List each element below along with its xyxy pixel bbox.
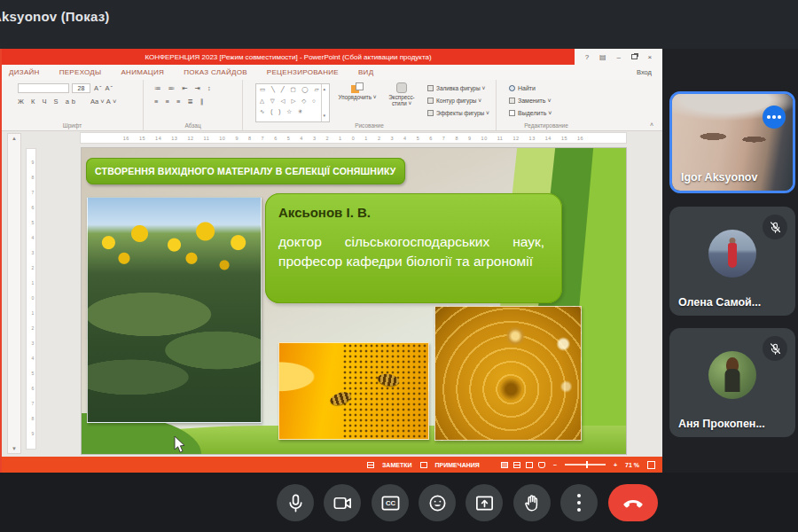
zoom-out-icon[interactable]: − (553, 462, 557, 468)
close-icon[interactable]: × (647, 53, 652, 61)
more-options-button[interactable] (560, 484, 598, 521)
participant-name: Олена Самой... (678, 296, 761, 309)
oil-drop-photo[interactable] (434, 306, 582, 441)
scroll-up-icon[interactable]: ▲ (12, 136, 17, 141)
participant-avatar (708, 230, 756, 278)
normal-view-icon[interactable] (501, 462, 508, 468)
powerpoint-titlebar: КОНФЕРЕНЦИЯ 2023 [Режим совместимости] -… (2, 49, 662, 65)
arrange-button[interactable]: Упорядочить ˅ (335, 82, 379, 100)
fit-to-window-icon[interactable] (647, 461, 655, 469)
zoom-slider[interactable] (565, 464, 606, 466)
bees-on-sunflower-photo[interactable] (278, 342, 429, 440)
quick-styles-button[interactable]: Экспресс- стили ˅ (381, 82, 422, 107)
mic-muted-icon (763, 215, 787, 239)
notes-button[interactable]: ЗАМЕТКИ (382, 462, 412, 468)
camera-button[interactable] (324, 484, 361, 521)
help-icon[interactable]: ? (585, 53, 589, 61)
gallery-down-icon[interactable]: ▾ (323, 112, 327, 121)
raise-hand-button[interactable] (513, 484, 551, 521)
restore-icon[interactable] (631, 54, 638, 59)
powerpoint-window: КОНФЕРЕНЦИЯ 2023 [Режим совместимости] -… (0, 49, 661, 473)
find-button[interactable]: Найти (509, 85, 536, 91)
ribbon: 28 Аˆ Аˇ Ж К Ч S ab Аа ˅ А ˅ Шрифт ≔ ≕ ⇤… (2, 80, 662, 131)
gallery-up-icon[interactable]: ▴ (323, 85, 327, 94)
microphone-button[interactable] (277, 484, 314, 521)
participant-name: Igor Aksyonov (681, 171, 757, 184)
participant-tile-olena[interactable]: Олена Самой... (669, 207, 795, 316)
font-format-buttons[interactable]: Ж К Ч S ab (18, 98, 78, 106)
tab-design[interactable]: ДИЗАЙН (9, 68, 40, 76)
scroll-down-icon[interactable]: ▼ (12, 446, 17, 451)
tab-slideshow[interactable]: ПОКАЗ СЛАЙДОВ (184, 68, 247, 76)
participant-name: Аня Прокопен... (678, 418, 765, 430)
select-button[interactable]: Выделить ˅ (509, 110, 552, 116)
powerpoint-status-bar: ЗАМЕТКИ ПРИМЕЧАНИЯ − + 71 % (2, 457, 662, 473)
slide-title[interactable]: СТВОРЕННЯ ВИХІДНОГО МАТЕРІАЛУ В СЕЛЕКЦІЇ… (86, 158, 405, 184)
tile-more-options-button[interactable] (763, 106, 786, 129)
present-screen-icon (474, 493, 495, 513)
shape-fill-button[interactable]: Заливка фигуры ˅ (427, 85, 485, 91)
zoom-slider-thumb[interactable] (586, 461, 589, 468)
shape-fill-icon (427, 85, 434, 91)
shape-outline-button[interactable]: Контур фигуры ˅ (427, 98, 481, 104)
font-size-combobox[interactable]: 28 (72, 83, 90, 93)
notes-icon (367, 462, 374, 468)
shape-effects-button[interactable]: Эффекты фигуры ˅ (427, 110, 489, 116)
author-text-box[interactable]: Аксьонов І. В. доктор сільськогосподарсь… (265, 193, 562, 303)
reading-view-icon[interactable] (526, 462, 533, 468)
more-options-icon (577, 494, 581, 512)
horizontal-ruler: 16 15 14 13 12 11 10 9 8 7 6 5 4 3 2 1 0… (80, 132, 627, 144)
end-call-icon (622, 491, 645, 514)
ribbon-tab-bar: ДИЗАЙН ПЕРЕХОДЫ АНИМАЦИЯ ПОКАЗ СЛАЙДОВ Р… (2, 65, 662, 80)
tab-view[interactable]: ВИД (358, 68, 373, 76)
participant-tile-igor[interactable]: Igor Aksyonov (669, 91, 795, 193)
quick-styles-icon (396, 82, 407, 93)
end-call-button[interactable] (608, 484, 658, 521)
tab-review[interactable]: РЕЦЕНЗИРОВАНИЕ (267, 68, 339, 76)
captions-button[interactable]: CC (372, 484, 409, 521)
drawing-group-label: Рисование (243, 122, 496, 129)
collapse-ribbon-icon[interactable]: ˄ (650, 121, 653, 128)
editing-canvas: ▲ ▼ 9 8 7 6 5 4 3 2 1 0 1 2 3 4 5 6 7 8 … (2, 131, 662, 457)
minimize-icon[interactable]: – (616, 53, 620, 61)
shapes-gallery-scrollbar[interactable]: ▴ ▾ (321, 84, 329, 121)
comments-button[interactable]: ПРИМЕЧАНИЯ (435, 462, 480, 468)
zoom-in-icon[interactable]: + (614, 462, 617, 468)
presenter-label: Aksyonov (Показ) (0, 9, 109, 24)
view-buttons (501, 462, 545, 468)
microphone-icon (286, 493, 306, 513)
find-icon (509, 85, 515, 91)
window-controls: ? ▤ – × (575, 49, 662, 65)
zoom-percent[interactable]: 71 % (625, 462, 639, 468)
author-description: доктор сільськогосподарських наук, профе… (278, 232, 544, 271)
participant-tile-anya[interactable]: Аня Прокопен... (669, 328, 795, 437)
editing-group-label: Редактирование (497, 122, 596, 129)
present-screen-button[interactable] (466, 484, 503, 521)
case-and-color-buttons[interactable]: Аа ˅ А ˅ (90, 98, 116, 106)
drawing-group: ▭ ╲ ╱ ▢ ◯ ▱ △ ▽ ◁ ▷ ◇ ○ ∿ ( ) ☆ ✳ ▴ ▾ Уп… (243, 80, 497, 130)
thumbnails-scrollbar[interactable]: ▲ ▼ (7, 133, 21, 454)
alignment-icons[interactable]: ≡ ≡ ≡ ≣ ∥ (154, 98, 207, 106)
mouse-cursor (174, 436, 186, 454)
grow-shrink-font-icons[interactable]: Аˆ Аˇ (94, 84, 113, 92)
shape-effects-icon (427, 110, 434, 116)
slideshow-view-icon[interactable] (538, 462, 545, 468)
meet-window: Aksyonov (Показ) КОНФЕРЕНЦИЯ 2023 [Режим… (0, 0, 798, 532)
replace-button[interactable]: Заменить ˅ (509, 98, 552, 104)
ribbon-options-icon[interactable]: ▤ (599, 53, 606, 61)
sign-in-link[interactable]: Вход (637, 68, 652, 76)
select-icon (509, 110, 515, 116)
slide[interactable]: СТВОРЕННЯ ВИХІДНОГО МАТЕРІАЛУ В СЕЛЕКЦІЇ… (82, 148, 626, 454)
tab-transitions[interactable]: ПЕРЕХОДЫ (59, 68, 102, 76)
shapes-row[interactable]: △ ▽ ◁ ▷ ◇ ○ (260, 96, 329, 107)
shapes-gallery[interactable]: ▭ ╲ ╱ ▢ ◯ ▱ △ ▽ ◁ ▷ ◇ ○ ∿ ( ) ☆ ✳ ▴ ▾ (255, 83, 330, 122)
reactions-button[interactable] (419, 484, 456, 521)
list-indent-icons[interactable]: ≔ ≕ ⇤ ⇥ ↕ (154, 84, 214, 92)
mic-muted-icon (763, 336, 787, 361)
shapes-row[interactable]: ∿ ( ) ☆ ✳ (260, 106, 329, 118)
shapes-row[interactable]: ▭ ╲ ╱ ▢ ◯ ▱ (260, 84, 329, 96)
tab-animations[interactable]: АНИМАЦИЯ (121, 68, 164, 76)
font-name-combobox[interactable] (18, 83, 69, 93)
slide-sorter-view-icon[interactable] (513, 462, 520, 468)
sunflower-field-photo[interactable] (87, 197, 262, 423)
